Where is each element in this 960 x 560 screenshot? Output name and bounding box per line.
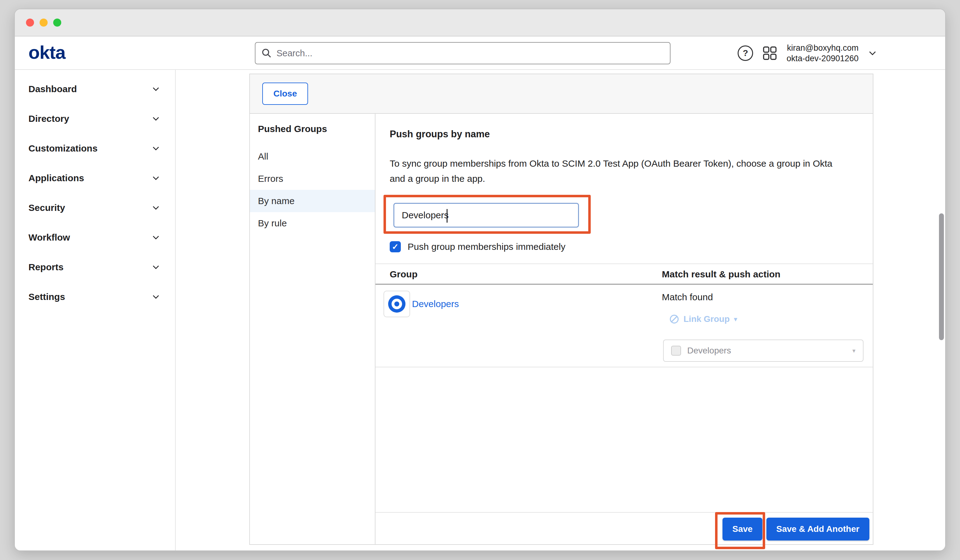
chevron-down-icon (152, 203, 160, 212)
sidebar-item-workflow[interactable]: Workflow (15, 222, 175, 252)
chevron-down-icon (152, 233, 160, 242)
user-email: kiran@boxyhq.com (787, 43, 859, 53)
caret-down-icon: ▾ (734, 315, 737, 323)
subnav-item-errors[interactable]: Errors (250, 168, 375, 190)
link-group-icon (669, 314, 679, 324)
sidebar-item-label: Applications (29, 173, 84, 183)
chevron-down-icon[interactable] (868, 48, 877, 58)
scrollbar-thumb[interactable] (939, 213, 944, 340)
save-add-another-button[interactable]: Save & Add Another (766, 518, 869, 541)
sidebar: Dashboard Directory Customizations Appli… (15, 70, 176, 550)
annotation-rectangle-save: Save (715, 512, 765, 549)
push-immediately-checkbox[interactable]: ✓ (390, 241, 401, 252)
panel-toolbar: Close (250, 74, 873, 114)
panel-body: Pushed Groups All Errors By name By rule… (250, 114, 873, 544)
text-cursor (446, 209, 448, 222)
group-logo-icon (388, 295, 405, 313)
selected-group-value: Developers (687, 346, 846, 355)
chevron-down-icon (152, 144, 160, 153)
group-name-input[interactable] (394, 203, 579, 227)
annotation-rectangle-input (384, 195, 591, 234)
app-header: okta ? kiran@boxyhq.com okta- (15, 37, 945, 70)
link-group-label: Link Group (683, 314, 730, 324)
help-icon[interactable]: ? (738, 45, 753, 61)
sidebar-item-label: Settings (29, 291, 65, 302)
sidebar-item-label: Security (29, 203, 65, 213)
sidebar-item-label: Customizations (29, 143, 98, 154)
browser-window: okta ? kiran@boxyhq.com okta- (14, 9, 946, 551)
sidebar-item-label: Directory (29, 114, 69, 124)
subnav-title: Pushed Groups (250, 124, 375, 134)
chevron-down-icon (152, 293, 160, 301)
save-button[interactable]: Save (722, 518, 762, 541)
okta-group-icon (384, 291, 410, 317)
sidebar-item-directory[interactable]: Directory (15, 104, 175, 134)
checkbox-label: Push group memberships immediately (408, 242, 565, 252)
sidebar-item-security[interactable]: Security (15, 193, 175, 222)
push-group-form: Push groups by name To sync group member… (376, 114, 873, 544)
sidebar-item-dashboard[interactable]: Dashboard (15, 74, 175, 104)
sidebar-item-settings[interactable]: Settings (15, 282, 175, 312)
subnav-item-by-rule[interactable]: By rule (250, 212, 375, 234)
sidebar-item-applications[interactable]: Applications (15, 163, 175, 193)
header-right-cluster: ? kiran@boxyhq.com okta-dev-20901260 (738, 37, 877, 70)
apps-grid-icon[interactable] (762, 46, 777, 61)
dropdown-arrow-icon: ▾ (852, 347, 856, 354)
chevron-down-icon (152, 114, 160, 123)
user-menu[interactable]: kiran@boxyhq.com okta-dev-20901260 (787, 43, 859, 64)
org-name: okta-dev-20901260 (787, 53, 859, 64)
chevron-down-icon (152, 263, 160, 272)
group-link[interactable]: Developers (412, 299, 459, 309)
footer-divider (376, 512, 873, 513)
group-placeholder-icon (671, 346, 681, 355)
sidebar-item-label: Dashboard (29, 84, 77, 94)
chevron-down-icon (152, 85, 160, 93)
sidebar-item-label: Reports (29, 262, 63, 272)
body-row: Dashboard Directory Customizations Appli… (15, 70, 945, 550)
row-divider (376, 367, 873, 367)
page-title: Push groups by name (390, 129, 490, 140)
target-group-select[interactable]: Developers ▾ (663, 339, 864, 362)
content-area: Close Pushed Groups All Errors By name B… (176, 70, 945, 550)
window-zoom-button[interactable] (53, 19, 61, 27)
subnav-item-all[interactable]: All (250, 146, 375, 168)
window-close-button[interactable] (26, 19, 34, 27)
table-header: Group Match result & push action (376, 264, 873, 285)
sidebar-item-label: Workflow (29, 232, 70, 243)
push-immediately-row[interactable]: ✓ Push group memberships immediately (390, 241, 565, 252)
push-groups-panel: Close Pushed Groups All Errors By name B… (249, 74, 874, 545)
window-minimize-button[interactable] (40, 19, 48, 27)
chevron-down-icon (152, 174, 160, 182)
sidebar-item-reports[interactable]: Reports (15, 252, 175, 282)
description-text: To sync group memberships from Okta to S… (390, 156, 847, 186)
window-titlebar (15, 9, 945, 37)
column-header-match: Match result & push action (662, 269, 780, 280)
search-icon (262, 48, 272, 58)
column-header-group: Group (390, 269, 418, 280)
match-status: Match found (662, 292, 713, 302)
link-group-action[interactable]: Link Group ▾ (669, 314, 737, 324)
subnav-item-by-name[interactable]: By name (250, 190, 375, 212)
close-button[interactable]: Close (262, 83, 308, 105)
sidebar-item-customizations[interactable]: Customizations (15, 134, 175, 163)
search-bar[interactable] (255, 42, 670, 64)
desktop-background: okta ? kiran@boxyhq.com okta- (0, 0, 960, 560)
search-input[interactable] (277, 48, 664, 58)
okta-logo: okta (29, 42, 65, 63)
pushed-groups-subnav: Pushed Groups All Errors By name By rule (250, 114, 376, 544)
